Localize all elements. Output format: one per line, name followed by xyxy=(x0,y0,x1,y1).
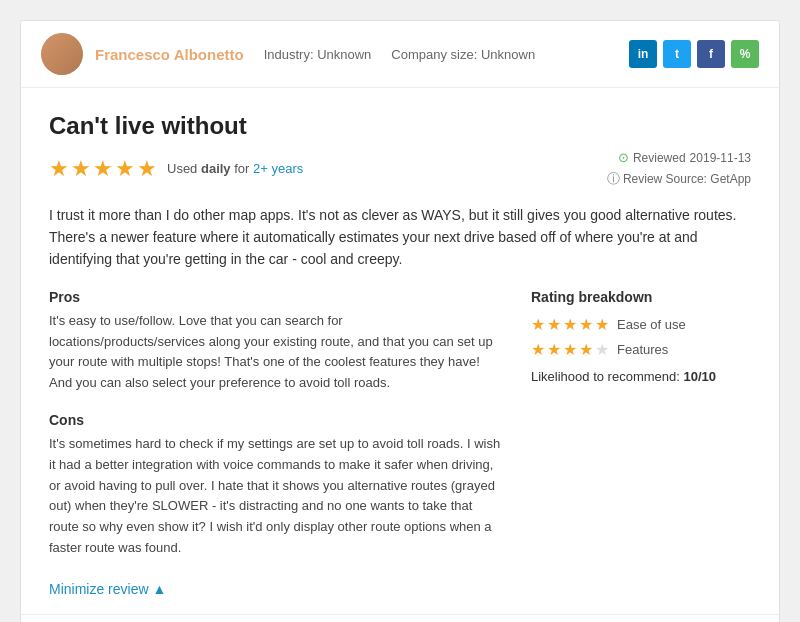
header-meta: Industry: Unknown Company size: Unknown xyxy=(264,47,536,62)
rating-breakdown-heading: Rating breakdown xyxy=(531,289,751,305)
review-main-text: I trust it more than I do other map apps… xyxy=(49,204,751,271)
star-3: ★ xyxy=(93,156,113,182)
usage-text: Used daily for 2+ years xyxy=(167,161,303,176)
review-header: Francesco Albonetto Industry: Unknown Co… xyxy=(21,21,779,88)
pros-cons-section: Pros It's easy to use/follow. Love that … xyxy=(49,289,501,559)
footer-bar: Google Maps ★ ★ ★ ★ ★ Desktop and mobile… xyxy=(21,614,779,622)
avatar xyxy=(41,33,83,75)
pros-text: It's easy to use/follow. Love that you c… xyxy=(49,311,501,394)
review-source: ⓘ Review Source: GetApp xyxy=(607,169,751,190)
user-name: Francesco Albonetto xyxy=(95,46,244,63)
minimize-review-link[interactable]: Minimize review ▲ xyxy=(49,581,166,597)
ease-star-2: ★ xyxy=(547,315,561,334)
recommend-row: Likelihood to recommend: 10/10 xyxy=(531,369,751,384)
cons-text: It's sometimes hard to check if my setti… xyxy=(49,434,501,559)
review-body: Can't live without ★ ★ ★ ★ ★ Used daily … xyxy=(21,88,779,614)
ease-star-5: ★ xyxy=(595,315,609,334)
features-row: ★ ★ ★ ★ ★ Features xyxy=(531,340,751,359)
reviewed-label: Reviewed xyxy=(633,149,686,168)
industry-label: Industry: Unknown xyxy=(264,47,372,62)
ease-of-use-row: ★ ★ ★ ★ ★ Ease of use xyxy=(531,315,751,334)
rating-breakdown: Rating breakdown ★ ★ ★ ★ ★ Ease of use ★… xyxy=(531,289,751,559)
pros-cons-rating: Pros It's easy to use/follow. Love that … xyxy=(49,289,751,559)
feat-star-2: ★ xyxy=(547,340,561,359)
company-size-label: Company size: Unknown xyxy=(391,47,535,62)
share-button[interactable]: % xyxy=(731,40,759,68)
social-icons: in t f % xyxy=(629,40,759,68)
chevron-up-icon: ▲ xyxy=(153,581,167,597)
facebook-button[interactable]: f xyxy=(697,40,725,68)
ease-star-3: ★ xyxy=(563,315,577,334)
pros-heading: Pros xyxy=(49,289,501,305)
ease-star-1: ★ xyxy=(531,315,545,334)
star-1: ★ xyxy=(49,156,69,182)
review-title: Can't live without xyxy=(49,112,751,140)
ease-star-4: ★ xyxy=(579,315,593,334)
ease-of-use-label: Ease of use xyxy=(617,317,687,332)
cons-heading: Cons xyxy=(49,412,501,428)
review-date: 2019-11-13 xyxy=(690,149,751,168)
recommend-prefix: Likelihood to recommend: xyxy=(531,369,680,384)
source-label: Review Source: xyxy=(623,172,710,186)
usage-duration-link[interactable]: 2+ years xyxy=(253,161,303,176)
reviewed-date: ⊙ Reviewed 2019-11-13 xyxy=(607,148,751,169)
clock-icon: ⊙ xyxy=(618,148,629,169)
features-label: Features xyxy=(617,342,687,357)
star-2: ★ xyxy=(71,156,91,182)
source-value: GetApp xyxy=(710,172,751,186)
recommend-score: 10/10 xyxy=(683,369,716,384)
feat-star-4: ★ xyxy=(579,340,593,359)
ease-of-use-stars: ★ ★ ★ ★ ★ xyxy=(531,315,609,334)
review-card: Francesco Albonetto Industry: Unknown Co… xyxy=(20,20,780,622)
feat-star-1: ★ xyxy=(531,340,545,359)
twitter-button[interactable]: t xyxy=(663,40,691,68)
feat-star-3: ★ xyxy=(563,340,577,359)
rating-usage: ★ ★ ★ ★ ★ Used daily for 2+ years xyxy=(49,156,303,182)
star-5: ★ xyxy=(137,156,157,182)
info-icon: ⓘ xyxy=(607,171,620,186)
star-4: ★ xyxy=(115,156,135,182)
features-stars: ★ ★ ★ ★ ★ xyxy=(531,340,609,359)
review-meta-row: ★ ★ ★ ★ ★ Used daily for 2+ years ⊙ Revi… xyxy=(49,148,751,190)
linkedin-button[interactable]: in xyxy=(629,40,657,68)
feat-star-5-empty: ★ xyxy=(595,340,609,359)
minimize-label: Minimize review xyxy=(49,581,149,597)
review-date-source: ⊙ Reviewed 2019-11-13 ⓘ Review Source: G… xyxy=(607,148,751,190)
review-stars: ★ ★ ★ ★ ★ xyxy=(49,156,157,182)
